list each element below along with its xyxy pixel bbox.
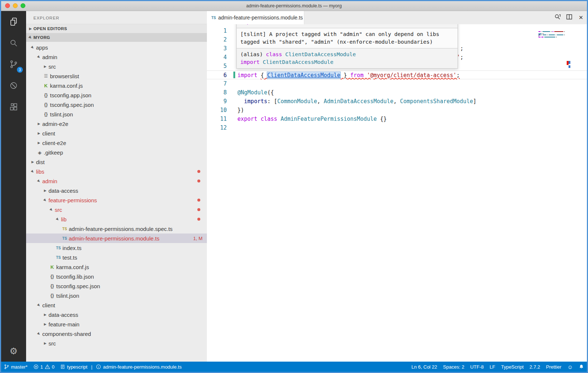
minimize-window-button[interactable] [13,3,18,8]
workspace-root-header[interactable]: ▶ MYORG [26,33,207,42]
open-editors-header[interactable]: ▶ OPEN EDITORS [26,24,207,33]
tree-folder-feature-permissions[interactable]: ▶feature-permissions [26,195,207,205]
typescript-spec-file-icon: TS [61,227,68,231]
tree-file-tsconfig.spec.json[interactable]: {}tsconfig.spec.json [26,100,207,109]
tree-folder-data-access[interactable]: ▶data-access [26,186,207,195]
tree-file-tsconfig.app.json[interactable]: {}tsconfig.app.json [26,90,207,100]
tree-folder-feature-main[interactable]: ▶feature-main [26,319,207,329]
settings-gear-icon[interactable]: ⚙ [1,346,26,356]
minimap-token [541,35,542,35]
tree-item-label: src [49,340,56,347]
editor-tab[interactable]: TS admin-feature-permissions.module.ts [207,11,304,24]
code-line-11[interactable]: 11export class AdminFeaturePermissionsMo… [207,115,587,123]
line-number: 7 [207,79,236,88]
minimap-token [542,31,550,32]
tree-folder-dist[interactable]: ▶dist [26,157,207,167]
tree-item-label: feature-main [49,321,79,327]
minimap-token [549,35,555,35]
code-editor[interactable]: 123456import { ClientDataAccessModule } … [207,24,587,362]
tree-file-karma.conf.js[interactable]: Kkarma.conf.js [26,262,207,272]
code-line-7[interactable]: 7 [207,79,587,88]
feedback-smiley-icon[interactable]: ☺ [564,362,576,372]
open-changes-icon[interactable] [554,14,561,22]
problems-status[interactable]: 1 0 [31,362,57,372]
active-file-status[interactable]: admin-feature-permissions.module.ts [93,362,184,372]
search-icon[interactable] [1,32,26,54]
tree-folder-src[interactable]: ▶src [26,62,207,71]
line-number: 2 [207,35,236,44]
code-line-8[interactable]: 8@NgModule({ [207,88,587,97]
notifications-bell-icon[interactable] [576,362,587,372]
line-number: 11 [207,115,236,123]
tree-item-label: admin-feature-permissions.module.spec.ts [69,226,173,232]
tree-folder-lib[interactable]: ▶lib [26,214,207,224]
zoom-window-button[interactable] [21,3,25,8]
close-editor-icon[interactable]: ✕ [578,14,584,21]
tree-folder-libs[interactable]: ▶libs [26,167,207,176]
json-file-icon: {} [49,274,56,279]
tree-item-label: tslint.json [50,111,73,117]
tree-file-test.ts[interactable]: TStest.ts [26,253,207,262]
code-token: '@myorg/client/data-access' [367,72,456,79]
explorer-icon[interactable] [1,11,26,32]
formatter-status[interactable]: Prettier [543,362,564,372]
workspace-root-label: MYORG [33,35,50,40]
tree-folder-src[interactable]: ▶src [26,205,207,214]
tree-folder-src[interactable]: ▶src [26,338,207,348]
titlebar: admin-feature-permissions.module.ts — my… [1,1,587,11]
editor-tabbar: TS admin-feature-permissions.module.ts ✕ [207,11,587,24]
tree-file-index.ts[interactable]: TSindex.ts [26,243,207,253]
tree-file-browserslist[interactable]: ☰browserslist [26,71,207,81]
tree-item-label: client [42,130,55,137]
cursor-position[interactable]: Ln 6, Col 22 [408,362,440,372]
git-branch-status[interactable]: master* [1,362,31,372]
tree-folder-admin-e2e[interactable]: ▶admin-e2e [26,119,207,128]
ruler-mark [569,65,570,68]
tree-folder-admin[interactable]: ▶admin [26,176,207,186]
tree-file-tsconfig.lib.json[interactable]: {}tsconfig.lib.json [26,272,207,281]
json-file-icon: {} [42,93,50,98]
split-editor-icon[interactable] [566,14,573,22]
tree-folder-client[interactable]: ▶client [26,128,207,138]
code-line-6[interactable]: 6import { ClientDataAccessModule } from … [207,70,587,79]
code-token: imports [237,98,267,105]
tree-file-admin-feature-permissions.module.ts[interactable]: TSadmin-feature-permissions.module.ts1, … [26,233,207,243]
linter-status[interactable]: typescript [57,362,90,372]
info-icon [96,364,101,369]
tree-file-tslint.json[interactable]: {}tslint.json [26,109,207,119]
tree-file-tslint.json[interactable]: {}tslint.json [26,291,207,300]
close-window-button[interactable] [5,3,10,8]
code-token: }) [237,107,244,113]
error-dot [197,208,200,211]
minimap-token [556,35,556,35]
minimap[interactable] [538,26,565,39]
minimap-token [538,36,539,36]
code-token: {} [353,24,362,25]
encoding-status[interactable]: UTF-8 [467,362,487,372]
chevron-expanded-icon: ▶ [36,330,42,337]
tree-folder-admin[interactable]: ▶admin [26,52,207,62]
tree-folder-components-shared[interactable]: ▶components-shared [26,329,207,338]
indentation-status[interactable]: Spaces: 2 [440,362,467,372]
overview-ruler [567,24,570,362]
eol-status[interactable]: LF [487,362,498,372]
error-dot [197,170,200,173]
tree-folder-client-e2e[interactable]: ▶client-e2e [26,138,207,148]
tree-folder-apps[interactable]: ▶apps [26,43,207,52]
ts-version[interactable]: 2.7.2 [527,362,543,372]
tree-file-.gitkeep[interactable]: ◈.gitkeep [26,148,207,157]
source-control-icon[interactable]: 3 [1,54,26,75]
tree-folder-client[interactable]: ▶client [26,300,207,310]
code-line-10[interactable]: 10}) [207,106,587,115]
extensions-icon[interactable] [1,96,26,117]
chevron-expanded-icon: ▶ [27,34,34,41]
code-line-9[interactable]: 9 imports: [CommonModule, AdminDataAcces… [207,97,587,106]
chevron-collapsed-icon: ▶ [42,65,48,68]
code-line-12[interactable]: 12 [207,123,587,132]
tree-file-karma.conf.js[interactable]: Kkarma.conf.js [26,81,207,90]
tree-folder-data-access[interactable]: ▶data-access [26,310,207,319]
tree-file-tsconfig.spec.json[interactable]: {}tsconfig.spec.json [26,281,207,291]
debug-icon[interactable] [1,75,26,96]
language-mode[interactable]: TypeScript [498,362,526,372]
tree-file-admin-feature-permissions.module.spec.ts[interactable]: TSadmin-feature-permissions.module.spec.… [26,224,207,233]
